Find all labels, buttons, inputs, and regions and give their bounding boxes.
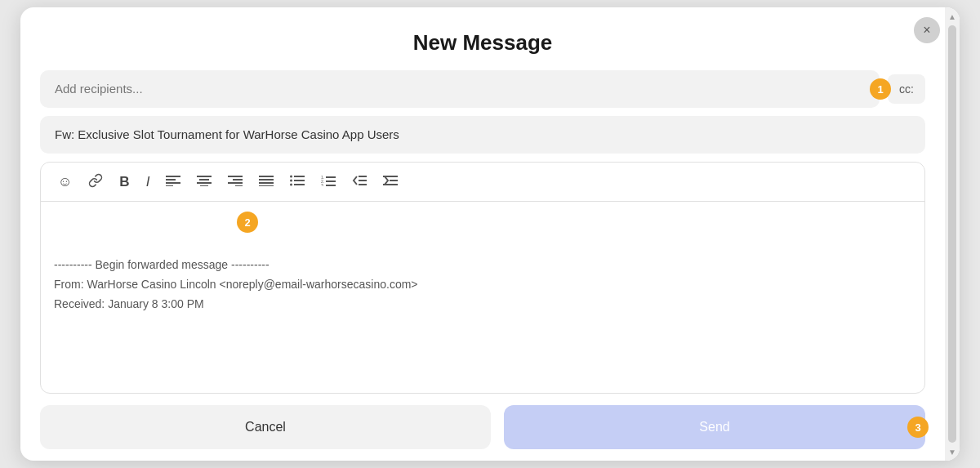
modal-footer: Cancel Send 3 xyxy=(20,394,945,461)
scroll-up-arrow[interactable]: ▲ xyxy=(947,11,958,22)
italic-icon: I xyxy=(146,175,150,189)
outdent-button[interactable] xyxy=(348,172,371,191)
compose-area: ☺ B I xyxy=(40,162,925,394)
send-button[interactable]: Send xyxy=(504,405,925,449)
bold-button[interactable]: B xyxy=(115,172,133,191)
scrollbar-track[interactable]: ▲ ▼ xyxy=(945,7,960,461)
close-icon: × xyxy=(923,23,930,38)
scroll-thumb[interactable] xyxy=(948,25,956,443)
justify-button[interactable] xyxy=(255,172,278,191)
cc-button[interactable]: cc: xyxy=(888,74,925,104)
align-left-button[interactable] xyxy=(162,172,185,191)
modal-title: New Message xyxy=(20,7,945,70)
subject-row xyxy=(40,116,925,154)
bold-icon: B xyxy=(119,175,129,189)
recipients-input[interactable] xyxy=(55,82,865,96)
forwarded-divider: ---------- Begin forwarded message -----… xyxy=(54,256,911,275)
align-center-icon xyxy=(197,175,212,189)
modal-inner: New Message 1 cc: xyxy=(20,7,960,461)
badge-1: 1 xyxy=(870,78,891,100)
badge-2: 2 xyxy=(237,212,258,233)
align-right-button[interactable] xyxy=(224,172,247,191)
bullet-list-button[interactable] xyxy=(286,172,309,191)
outdent-icon xyxy=(352,175,367,189)
new-message-modal: ▲ ▼ × New Message 1 cc: xyxy=(20,7,960,461)
align-left-icon xyxy=(166,175,180,189)
recipients-input-wrapper: 1 xyxy=(40,70,880,108)
subject-input[interactable] xyxy=(55,127,911,141)
italic-button[interactable]: I xyxy=(142,172,154,191)
bullet-list-icon xyxy=(290,175,305,189)
send-btn-wrapper: Send 3 xyxy=(504,405,925,449)
svg-point-20 xyxy=(290,184,292,186)
link-button[interactable] xyxy=(84,171,107,193)
recipients-row: 1 cc: xyxy=(40,70,925,108)
svg-text:3.: 3. xyxy=(321,183,324,186)
indent-icon xyxy=(383,175,398,189)
align-center-button[interactable] xyxy=(193,172,216,191)
toolbar: ☺ B I xyxy=(41,163,924,202)
close-button[interactable]: × xyxy=(914,17,940,43)
forwarded-text: ---------- Begin forwarded message -----… xyxy=(54,256,911,314)
cancel-button[interactable]: Cancel xyxy=(40,405,491,449)
indent-button[interactable] xyxy=(379,172,402,191)
badge-3: 3 xyxy=(907,417,929,438)
scroll-down-arrow[interactable]: ▼ xyxy=(947,446,958,457)
link-icon xyxy=(88,173,103,190)
svg-point-16 xyxy=(290,176,292,178)
from-line: From: WarHorse Casino Lincoln <noreply@e… xyxy=(54,275,911,295)
received-line: Received: January 8 3:00 PM xyxy=(54,295,911,314)
emoji-button[interactable]: ☺ xyxy=(54,172,76,191)
svg-point-18 xyxy=(290,180,292,182)
emoji-icon: ☺ xyxy=(58,175,72,189)
numbered-list-button[interactable]: 1.2.3. xyxy=(317,172,340,191)
justify-icon xyxy=(259,175,274,189)
align-right-icon xyxy=(228,175,243,189)
modal-wrapper: ▲ ▼ × New Message 1 cc: xyxy=(0,0,980,468)
compose-body[interactable]: 2 ---------- Begin forwarded message ---… xyxy=(41,202,924,393)
numbered-list-icon: 1.2.3. xyxy=(321,175,336,189)
